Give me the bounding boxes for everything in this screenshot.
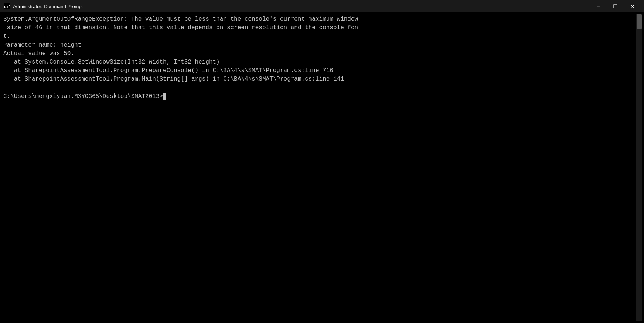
console-line-2: size of 46 in that dimension. Note that … [3,24,358,31]
window-title: Administrator: Command Prompt [13,4,590,9]
window-controls: − □ ✕ [590,0,641,12]
console-line-3: t. [3,33,10,40]
svg-text:C:\: C:\ [4,5,10,9]
console-line-4: Parameter name: height [3,42,81,48]
console-prompt: C:\Users\mengxiyuan.MXYO365\Desktop\SMAT… [3,93,163,100]
close-button[interactable]: ✕ [624,0,641,12]
console-line-6: at System.Console.SetWindowSize(Int32 wi… [3,59,220,65]
console-output[interactable]: System.ArgumentOutOfRangeException: The … [2,14,636,321]
console-line-1: System.ArgumentOutOfRangeException: The … [3,16,358,23]
scrollbar-thumb[interactable] [637,14,642,29]
cmd-window: C:\ Administrator: Command Prompt − □ ✕ … [0,0,644,323]
cursor [163,94,166,100]
maximize-button[interactable]: □ [607,0,624,12]
minimize-button[interactable]: − [590,0,607,12]
scrollbar[interactable] [636,14,642,321]
console-body: System.ArgumentOutOfRangeException: The … [0,12,644,323]
title-bar: C:\ Administrator: Command Prompt − □ ✕ [0,0,644,12]
cmd-icon: C:\ [3,3,10,10]
console-line-7: at SharepointAssessmentTool.Program.Prep… [3,67,333,74]
console-line-5: Actual value was 50. [3,50,74,57]
console-line-8: at SharepointAssessmentTool.Program.Main… [3,76,344,82]
